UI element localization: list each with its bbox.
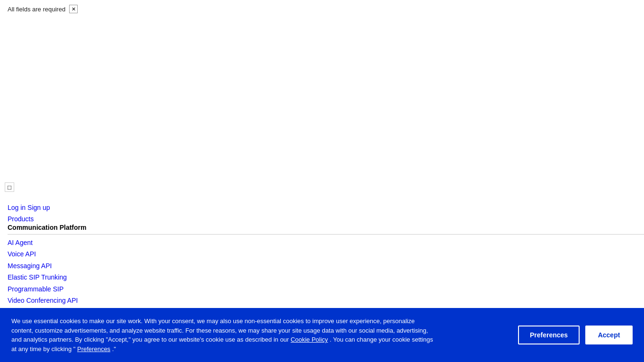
- all-fields-text: All fields are required: [8, 6, 65, 13]
- top-bar: All fields are required ✕: [0, 0, 644, 18]
- close-button[interactable]: ✕: [69, 5, 78, 13]
